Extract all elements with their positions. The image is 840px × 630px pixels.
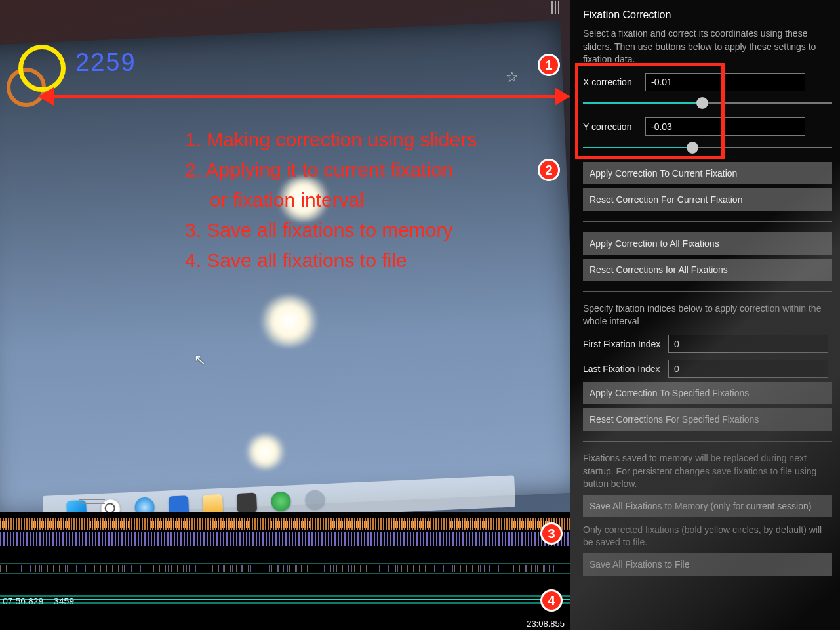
divider	[583, 221, 832, 222]
glare-spot	[257, 293, 321, 348]
timeline-end-time: 23:08.855	[527, 619, 565, 629]
divider	[583, 291, 832, 292]
first-index-input[interactable]	[668, 335, 828, 353]
annotation-text: 1. Making correction using sliders 2. Ap…	[185, 125, 477, 276]
fixation-number: 2259	[75, 49, 136, 77]
divider	[583, 441, 832, 442]
save-memory-button[interactable]: Save All Fixations to Memory (only for c…	[583, 495, 832, 517]
annotation-arrow	[41, 94, 568, 98]
y-correction-input[interactable]	[645, 117, 805, 136]
apply-current-button[interactable]: Apply Correction To Current Fixation	[583, 162, 832, 184]
task-view-icon	[134, 497, 155, 512]
apply-specified-button[interactable]: Apply Correction To Specified Fixations	[583, 382, 832, 404]
annotation-badge-4: 4	[540, 589, 563, 612]
y-correction-slider[interactable]	[583, 140, 832, 156]
recorded-taskbar	[43, 475, 515, 512]
app-icon	[237, 493, 257, 512]
last-index-input[interactable]	[668, 360, 828, 378]
glare-spot	[243, 433, 287, 471]
x-correction-input[interactable]	[645, 73, 805, 91]
reset-current-button[interactable]: Reset Correction For Current Fixation	[583, 188, 832, 211]
panel-intro: Select a fixation and correct its coordi…	[583, 28, 832, 66]
explorer-icon	[203, 494, 223, 512]
corrected-fixation-circle-icon	[18, 45, 66, 92]
app-icon	[305, 490, 325, 510]
annotation-badge-3: 3	[540, 522, 563, 545]
app-icon	[169, 495, 189, 512]
timeline-resize-grip-icon[interactable]	[79, 499, 105, 504]
interval-help: Specify fixation indices below to apply …	[583, 303, 832, 328]
reset-specified-button[interactable]: Reset Corrections For Specified Fixation…	[583, 408, 832, 430]
app-icon	[271, 491, 291, 511]
memory-help: Fixations saved to memory will be replac…	[583, 452, 832, 491]
star-icon: ☆	[506, 69, 519, 86]
annotation-badge-2: 2	[538, 159, 560, 181]
y-correction-label: Y correction	[583, 121, 639, 132]
fixation-correction-panel: Fixation Correction Select a fixation an…	[570, 0, 840, 630]
timeline-cursor-time: 07:56.829 – 3459	[3, 596, 74, 606]
x-correction-label: X correction	[583, 77, 639, 87]
last-index-label: Last Fixation Index	[583, 364, 662, 374]
annotation-badge-1: 1	[538, 54, 560, 76]
save-file-button[interactable]: Save All Fixations to File	[583, 553, 832, 576]
apply-all-button[interactable]: Apply Correction to All Fixations	[583, 232, 832, 255]
reset-all-button[interactable]: Reset Corrections for All Fixations	[583, 259, 832, 281]
x-correction-slider[interactable]	[583, 95, 832, 111]
first-index-label: First Fixation Index	[583, 339, 662, 349]
panel-title: Fixation Correction	[583, 9, 832, 21]
file-help: Only corrected fixations (bold yellow ci…	[583, 524, 832, 549]
cursor-icon: ↖	[193, 351, 206, 369]
timeline-panel[interactable]: 07:56.829 – 3459 23:08.855	[0, 512, 570, 630]
